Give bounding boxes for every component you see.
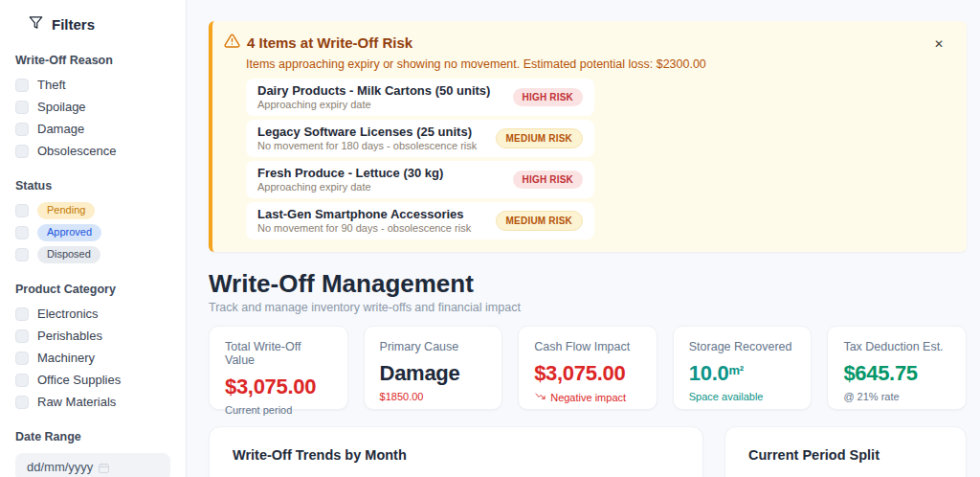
filter-checkbox-row[interactable]: Obsolescence <box>15 143 170 159</box>
filter-option-label: Theft <box>37 78 66 92</box>
alert-title: 4 Items at Write-Off Risk <box>247 34 412 51</box>
filter-option-label: Damage <box>37 122 84 136</box>
stat-value-text: $3,075.00 <box>225 375 316 398</box>
warning-triangle-icon <box>224 33 240 53</box>
category-option-label: Perishables <box>37 329 102 343</box>
risk-item-detail: No movement for 180 days - obsolescence … <box>257 140 477 152</box>
checkbox[interactable] <box>15 79 29 92</box>
category-checkbox-row[interactable]: Electronics <box>15 306 170 322</box>
filter-option-label: Obsolescence <box>37 144 116 158</box>
checkbox[interactable] <box>15 374 29 387</box>
risk-level-badge: MEDIUM RISK <box>496 211 583 231</box>
stat-value-text: Damage <box>380 361 460 385</box>
filters-title: Filters <box>52 16 95 33</box>
calendar-icon <box>98 461 110 473</box>
filter-checkbox-row[interactable]: Spoilage <box>15 99 170 115</box>
risk-item-row[interactable]: Legacy Software Licenses (25 units) No m… <box>246 120 594 157</box>
page-title: Write-Off Management <box>209 269 962 298</box>
stat-label: Storage Recovered <box>689 340 796 353</box>
checkbox[interactable] <box>15 396 29 409</box>
checkbox[interactable] <box>15 101 29 114</box>
reason-options-list: Theft Spoilage Damage Obsolescence <box>15 77 170 159</box>
period-split-panel: Current Period Split <box>724 426 967 477</box>
stat-sub-text: Negative impact <box>550 392 626 403</box>
stat-subtext: $1850.00 <box>380 391 487 402</box>
status-checkbox-row[interactable]: Disposed <box>15 246 170 262</box>
risk-item-detail: Approaching expiry date <box>257 181 443 193</box>
category-checkbox-row[interactable]: Office Supplies <box>15 372 170 388</box>
checkbox[interactable] <box>15 352 29 365</box>
stat-subtext: Current period <box>225 404 332 416</box>
stat-value: $645.75 <box>843 359 950 385</box>
stat-value: $3,075.00 <box>225 373 332 398</box>
status-checkbox-row[interactable]: Pending <box>15 202 170 218</box>
trending-down-icon <box>534 391 546 403</box>
category-option-label: Machinery <box>37 351 95 365</box>
filters-header: Filters <box>29 15 170 34</box>
date-from-input[interactable] <box>15 453 170 477</box>
main-content: ✕ 4 Items at Write-Off Risk Items approa… <box>187 0 980 477</box>
stat-sub-text: Current period <box>225 404 292 416</box>
checkbox[interactable] <box>15 123 29 136</box>
charts-row: Write-Off Trends by Month Current Period… <box>209 426 967 477</box>
stat-sub-text: @ 21% rate <box>843 391 899 402</box>
write-off-risk-alert: ✕ 4 Items at Write-Off Risk Items approa… <box>209 21 967 252</box>
stat-subtext: Negative impact <box>534 391 641 403</box>
period-split-title: Current Period Split <box>748 447 943 463</box>
filter-checkbox-row[interactable]: Theft <box>15 77 170 93</box>
stat-card: Total Write-Off Value $3,075.00 Current … <box>209 326 348 410</box>
risk-item-name: Last-Gen Smartphone Accessories <box>257 207 471 221</box>
alert-subtitle: Items approaching expiry or showing no m… <box>246 57 947 71</box>
stats-row: Total Write-Off Value $3,075.00 Current … <box>209 326 967 410</box>
risk-item-row[interactable]: Fresh Produce - Lettuce (30 kg) Approach… <box>246 161 594 198</box>
stat-value: 10.0m² <box>689 359 796 385</box>
checkbox[interactable] <box>15 204 29 217</box>
page-subtitle: Track and manage inventory write-offs an… <box>209 301 962 314</box>
risk-item-name: Dairy Products - Milk Cartons (50 units) <box>257 83 490 98</box>
status-checkbox-row[interactable]: Approved <box>15 224 170 240</box>
stat-subtext: Space available <box>689 391 796 402</box>
stat-value-text: $3,075.00 <box>534 361 625 385</box>
filter-checkbox-row[interactable]: Damage <box>15 121 170 137</box>
status-badge: Disposed <box>37 246 100 263</box>
trends-chart-title: Write-Off Trends by Month <box>233 447 679 463</box>
stat-card: Cash Flow Impact $3,075.00 Negative impa… <box>518 326 657 410</box>
category-section-label: Product Category <box>15 283 170 296</box>
stat-card: Storage Recovered 10.0m² Space available <box>673 326 813 410</box>
stat-label: Tax Deduction Est. <box>843 340 950 353</box>
category-option-label: Office Supplies <box>37 373 121 387</box>
checkbox[interactable] <box>15 226 29 239</box>
risk-item-row[interactable]: Dairy Products - Milk Cartons (50 units)… <box>246 79 594 116</box>
close-icon[interactable]: ✕ <box>932 36 946 52</box>
stat-sub-text: Space available <box>689 391 764 402</box>
stat-value-text: $645.75 <box>843 361 917 385</box>
checkbox[interactable] <box>15 145 29 158</box>
checkbox[interactable] <box>15 248 29 261</box>
reason-section-label: Write-Off Reason <box>15 54 170 67</box>
stat-card: Primary Cause Damage $1850.00 <box>364 326 503 410</box>
stat-label: Primary Cause <box>380 340 487 353</box>
risk-item-text: Dairy Products - Milk Cartons (50 units)… <box>257 83 490 111</box>
checkbox[interactable] <box>15 307 29 321</box>
category-option-label: Raw Materials <box>37 395 116 409</box>
risk-item-text: Legacy Software Licenses (25 units) No m… <box>257 125 477 152</box>
status-badge: Pending <box>37 202 95 219</box>
stat-label: Total Write-Off Value <box>225 340 332 367</box>
risk-item-detail: Approaching expiry date <box>257 99 490 111</box>
stat-value: Damage <box>380 359 487 385</box>
trends-chart-panel: Write-Off Trends by Month <box>209 426 703 477</box>
risk-items-list: Dairy Products - Milk Cartons (50 units)… <box>246 79 594 239</box>
filter-option-label: Spoilage <box>37 100 86 114</box>
status-options-list: Pending Approved Disposed <box>15 202 170 262</box>
risk-item-text: Last-Gen Smartphone Accessories No movem… <box>257 207 471 235</box>
stat-value-text: 10.0 <box>689 361 729 385</box>
stat-label: Cash Flow Impact <box>534 340 641 353</box>
category-checkbox-row[interactable]: Raw Materials <box>15 394 170 410</box>
category-checkbox-row[interactable]: Perishables <box>15 328 170 344</box>
risk-level-badge: HIGH RISK <box>513 170 583 189</box>
checkbox[interactable] <box>15 329 29 343</box>
category-checkbox-row[interactable]: Machinery <box>15 350 170 366</box>
risk-item-name: Legacy Software Licenses (25 units) <box>257 125 477 139</box>
risk-item-row[interactable]: Last-Gen Smartphone Accessories No movem… <box>246 202 594 239</box>
risk-level-badge: HIGH RISK <box>513 88 583 106</box>
